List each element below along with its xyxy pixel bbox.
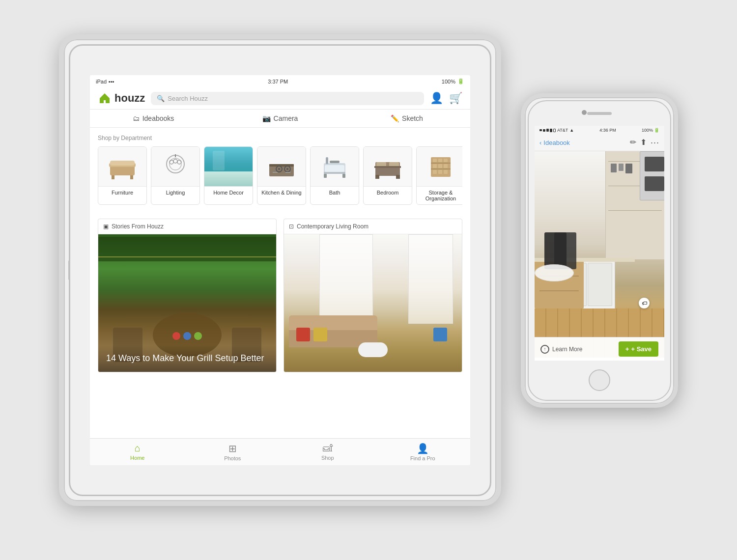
stories-header-text: Stories From Houzz bbox=[112, 223, 164, 230]
nav-tab-camera[interactable]: 📷 Camera bbox=[217, 110, 343, 127]
ipad-header: houzz 🔍 Search Houzz 👤 🛒 bbox=[90, 87, 470, 110]
ipad-status-bar: iPad ▪▪▪ 3:37 PM 100% 🔋 bbox=[90, 75, 470, 87]
dept-bedroom[interactable]: Bedroom bbox=[363, 146, 412, 205]
story-living-image bbox=[284, 234, 462, 372]
svg-rect-19 bbox=[285, 172, 290, 173]
ipad-side-button bbox=[68, 260, 70, 280]
svg-rect-31 bbox=[375, 175, 379, 179]
tabbar-photos[interactable]: ⊞ Photos bbox=[185, 439, 281, 465]
iphone-back-label: Ideabook bbox=[543, 139, 570, 146]
iphone-status-bar: AT&T ▲ 4:36 PM 100% 🔋 bbox=[535, 126, 664, 135]
shop-section-title: Shop by Department bbox=[98, 135, 462, 141]
nav-tab-sketch[interactable]: ✏️ Sketch bbox=[343, 110, 470, 127]
ipad-label: iPad bbox=[96, 79, 107, 84]
dept-storage-label: Storage & Organization bbox=[417, 186, 462, 204]
sketch-label: Sketch bbox=[402, 114, 423, 122]
camera-icon: 📷 bbox=[262, 114, 271, 122]
cart-icon[interactable]: 🛒 bbox=[449, 92, 462, 105]
svg-rect-37 bbox=[433, 159, 437, 162]
story-grill-overlay: 14 Ways to Make Your Grill Setup Better bbox=[98, 345, 276, 372]
houzz-logo-text: houzz bbox=[114, 92, 145, 105]
dept-storage-img bbox=[416, 147, 462, 186]
svg-rect-22 bbox=[326, 157, 328, 164]
shop-by-department: Shop by Department bbox=[90, 128, 470, 212]
dept-lighting[interactable]: Lighting bbox=[151, 146, 200, 205]
save-button[interactable]: + + Save bbox=[619, 341, 658, 357]
tabbar-findapro[interactable]: 👤 Find a Pro bbox=[375, 439, 471, 465]
iphone-kitchen-photo: 🏷 bbox=[535, 151, 664, 358]
iphone-carrier: AT&T bbox=[557, 128, 568, 133]
photos-tab-icon: ⊞ bbox=[228, 443, 237, 454]
bath-svg bbox=[320, 153, 349, 180]
living-room-header-text: Contemporary Living Room bbox=[297, 223, 368, 230]
svg-rect-44 bbox=[438, 170, 442, 174]
story-card-grill[interactable]: ▣ Stories From Houzz bbox=[98, 219, 277, 372]
story-card-header-2: ⊡ Contemporary Living Room bbox=[284, 219, 462, 234]
iphone-home-button[interactable] bbox=[589, 369, 610, 391]
dept-homedecor[interactable]: Home Decor bbox=[204, 146, 253, 205]
svg-rect-39 bbox=[444, 159, 448, 162]
profile-icon[interactable]: 👤 bbox=[430, 92, 443, 105]
shop-tab-icon: 🛋 bbox=[323, 443, 333, 454]
iphone-bottom-bar: ↑ Learn More + + Save bbox=[535, 337, 664, 361]
share-icon[interactable]: ⬆ bbox=[640, 138, 647, 148]
svg-rect-41 bbox=[438, 164, 442, 168]
svg-rect-23 bbox=[330, 161, 340, 163]
learn-more-button[interactable]: ↑ Learn More bbox=[540, 345, 582, 354]
svg-rect-26 bbox=[325, 165, 344, 172]
nav-tab-ideabooks[interactable]: 🗂 Ideabooks bbox=[90, 110, 217, 127]
svg-rect-4 bbox=[130, 175, 133, 179]
dept-lighting-img bbox=[151, 147, 200, 186]
ipad-tabbar: ⌂ Home ⊞ Photos 🛋 Shop 👤 Find a Pro bbox=[90, 438, 470, 465]
svg-rect-25 bbox=[342, 174, 345, 178]
lighting-svg bbox=[161, 153, 190, 180]
furniture-svg bbox=[108, 153, 137, 180]
iphone-wifi-icon: ▲ bbox=[569, 128, 574, 133]
svg-rect-40 bbox=[433, 164, 437, 168]
iphone-status-left: AT&T ▲ bbox=[539, 128, 574, 133]
tabbar-home[interactable]: ⌂ Home bbox=[90, 439, 185, 465]
ipad-header-icons: 👤 🛒 bbox=[430, 92, 462, 105]
dept-bath[interactable]: Bath bbox=[310, 146, 359, 205]
svg-rect-32 bbox=[396, 175, 400, 179]
stories-icon: ▣ bbox=[103, 223, 109, 230]
iphone-back-button[interactable]: ‹ Ideabook bbox=[539, 139, 570, 146]
ideabooks-label: Ideabooks bbox=[142, 114, 174, 122]
svg-rect-33 bbox=[374, 166, 401, 168]
save-label: + Save bbox=[631, 345, 652, 353]
story-grill-text: 14 Ways to Make Your Grill Setup Better bbox=[106, 353, 264, 363]
ipad-nav-tabs: 🗂 Ideabooks 📷 Camera ✏️ Sketch bbox=[90, 110, 470, 128]
dept-bedroom-img bbox=[363, 147, 412, 186]
story-card-living[interactable]: ⊡ Contemporary Living Room bbox=[283, 219, 462, 372]
battery-label: 100% bbox=[442, 79, 455, 84]
houzz-logo-icon bbox=[98, 91, 112, 105]
ipad-status-right: 100% 🔋 bbox=[442, 78, 464, 84]
more-icon[interactable]: ··· bbox=[651, 138, 659, 148]
price-tag-icon[interactable]: 🏷 bbox=[639, 298, 650, 308]
dept-kitchen-label: Kitchen & Dining bbox=[257, 186, 306, 198]
dept-storage[interactable]: Storage & Organization bbox=[416, 146, 462, 205]
iphone-device: AT&T ▲ 4:36 PM 100% 🔋 ‹ Ideabook bbox=[521, 93, 678, 408]
search-icon: 🔍 bbox=[157, 95, 165, 102]
svg-point-17 bbox=[286, 168, 288, 170]
dept-furniture[interactable]: Furniture bbox=[98, 146, 147, 205]
iphone-signal-dots bbox=[539, 129, 556, 132]
ideabooks-icon: 🗂 bbox=[133, 114, 140, 122]
houzz-logo[interactable]: houzz bbox=[98, 91, 145, 105]
tabbar-shop[interactable]: 🛋 Shop bbox=[280, 439, 375, 465]
edit-icon[interactable]: ✏ bbox=[630, 138, 636, 148]
ipad-time: 3:37 PM bbox=[268, 79, 288, 84]
dept-bath-label: Bath bbox=[311, 186, 359, 198]
iphone-battery-icon: 🔋 bbox=[654, 128, 659, 133]
ipad-screen: iPad ▪▪▪ 3:37 PM 100% 🔋 houz bbox=[90, 75, 470, 465]
dept-homedecor-img bbox=[204, 147, 253, 186]
dept-kitchen-img bbox=[257, 147, 306, 186]
iphone-screen: AT&T ▲ 4:36 PM 100% 🔋 ‹ Ideabook bbox=[535, 126, 664, 361]
ipad-search-bar[interactable]: 🔍 Search Houzz bbox=[151, 92, 424, 105]
dept-furniture-img bbox=[98, 147, 147, 186]
svg-marker-0 bbox=[100, 93, 110, 103]
svg-rect-43 bbox=[433, 170, 437, 174]
dept-kitchen[interactable]: Kitchen & Dining bbox=[257, 146, 306, 205]
dept-bedroom-label: Bedroom bbox=[364, 186, 412, 198]
iphone-time: 4:36 PM bbox=[599, 128, 616, 133]
